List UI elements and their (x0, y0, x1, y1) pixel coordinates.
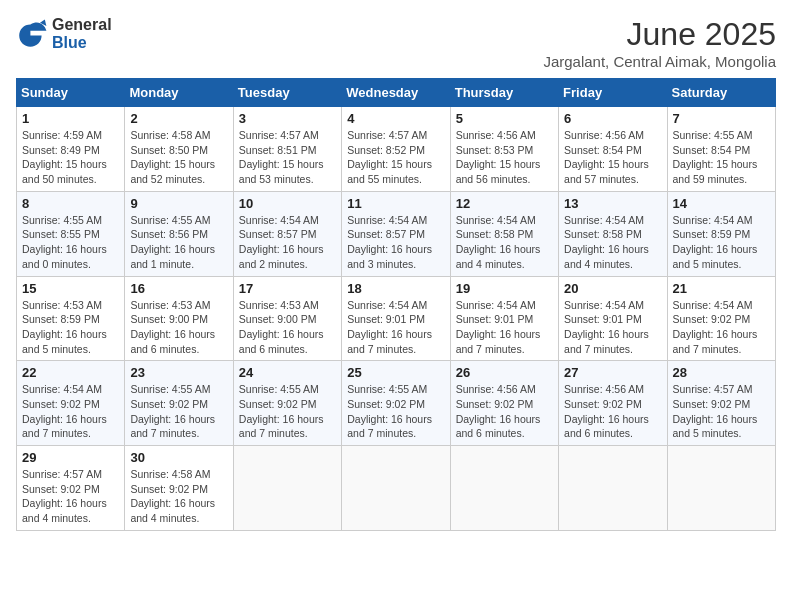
day-info: Sunrise: 4:57 AMSunset: 8:51 PMDaylight:… (239, 128, 336, 187)
day-number: 3 (239, 111, 336, 126)
calendar-cell: 28Sunrise: 4:57 AMSunset: 9:02 PMDayligh… (667, 361, 775, 446)
day-info: Sunrise: 4:53 AMSunset: 9:00 PMDaylight:… (239, 298, 336, 357)
day-number: 20 (564, 281, 661, 296)
calendar-table: SundayMondayTuesdayWednesdayThursdayFrid… (16, 78, 776, 531)
day-info: Sunrise: 4:54 AMSunset: 8:57 PMDaylight:… (239, 213, 336, 272)
day-number: 19 (456, 281, 553, 296)
day-info: Sunrise: 4:58 AMSunset: 9:02 PMDaylight:… (130, 467, 227, 526)
header: General Blue June 2025 Jargalant, Centra… (16, 16, 776, 70)
day-info: Sunrise: 4:55 AMSunset: 8:55 PMDaylight:… (22, 213, 119, 272)
logo-text: General Blue (52, 16, 112, 51)
day-info: Sunrise: 4:54 AMSunset: 8:58 PMDaylight:… (456, 213, 553, 272)
day-info: Sunrise: 4:55 AMSunset: 8:54 PMDaylight:… (673, 128, 770, 187)
calendar-cell (450, 446, 558, 531)
day-info: Sunrise: 4:54 AMSunset: 9:01 PMDaylight:… (347, 298, 444, 357)
calendar-cell: 1Sunrise: 4:59 AMSunset: 8:49 PMDaylight… (17, 107, 125, 192)
calendar-cell: 16Sunrise: 4:53 AMSunset: 9:00 PMDayligh… (125, 276, 233, 361)
day-info: Sunrise: 4:54 AMSunset: 9:02 PMDaylight:… (673, 298, 770, 357)
day-number: 25 (347, 365, 444, 380)
day-number: 18 (347, 281, 444, 296)
day-info: Sunrise: 4:54 AMSunset: 9:01 PMDaylight:… (564, 298, 661, 357)
calendar-cell: 20Sunrise: 4:54 AMSunset: 9:01 PMDayligh… (559, 276, 667, 361)
column-header-sunday: Sunday (17, 79, 125, 107)
calendar-week-row: 15Sunrise: 4:53 AMSunset: 8:59 PMDayligh… (17, 276, 776, 361)
calendar-week-row: 29Sunrise: 4:57 AMSunset: 9:02 PMDayligh… (17, 446, 776, 531)
day-info: Sunrise: 4:56 AMSunset: 9:02 PMDaylight:… (564, 382, 661, 441)
calendar-cell: 22Sunrise: 4:54 AMSunset: 9:02 PMDayligh… (17, 361, 125, 446)
day-info: Sunrise: 4:54 AMSunset: 8:57 PMDaylight:… (347, 213, 444, 272)
calendar-cell: 5Sunrise: 4:56 AMSunset: 8:53 PMDaylight… (450, 107, 558, 192)
calendar-cell: 15Sunrise: 4:53 AMSunset: 8:59 PMDayligh… (17, 276, 125, 361)
calendar-cell (233, 446, 341, 531)
calendar-cell: 11Sunrise: 4:54 AMSunset: 8:57 PMDayligh… (342, 191, 450, 276)
day-info: Sunrise: 4:54 AMSunset: 8:59 PMDaylight:… (673, 213, 770, 272)
day-number: 24 (239, 365, 336, 380)
day-info: Sunrise: 4:55 AMSunset: 9:02 PMDaylight:… (347, 382, 444, 441)
calendar-cell: 18Sunrise: 4:54 AMSunset: 9:01 PMDayligh… (342, 276, 450, 361)
day-number: 17 (239, 281, 336, 296)
calendar-cell: 30Sunrise: 4:58 AMSunset: 9:02 PMDayligh… (125, 446, 233, 531)
column-header-friday: Friday (559, 79, 667, 107)
calendar-cell: 4Sunrise: 4:57 AMSunset: 8:52 PMDaylight… (342, 107, 450, 192)
column-header-saturday: Saturday (667, 79, 775, 107)
day-number: 5 (456, 111, 553, 126)
day-info: Sunrise: 4:59 AMSunset: 8:49 PMDaylight:… (22, 128, 119, 187)
day-number: 28 (673, 365, 770, 380)
calendar-cell (559, 446, 667, 531)
day-number: 27 (564, 365, 661, 380)
calendar-week-row: 8Sunrise: 4:55 AMSunset: 8:55 PMDaylight… (17, 191, 776, 276)
day-info: Sunrise: 4:57 AMSunset: 9:02 PMDaylight:… (22, 467, 119, 526)
calendar-cell: 2Sunrise: 4:58 AMSunset: 8:50 PMDaylight… (125, 107, 233, 192)
calendar-cell: 14Sunrise: 4:54 AMSunset: 8:59 PMDayligh… (667, 191, 775, 276)
day-number: 11 (347, 196, 444, 211)
day-info: Sunrise: 4:57 AMSunset: 9:02 PMDaylight:… (673, 382, 770, 441)
day-number: 14 (673, 196, 770, 211)
day-number: 16 (130, 281, 227, 296)
calendar-cell (342, 446, 450, 531)
calendar-cell: 27Sunrise: 4:56 AMSunset: 9:02 PMDayligh… (559, 361, 667, 446)
calendar-header-row: SundayMondayTuesdayWednesdayThursdayFrid… (17, 79, 776, 107)
column-header-wednesday: Wednesday (342, 79, 450, 107)
day-info: Sunrise: 4:54 AMSunset: 9:01 PMDaylight:… (456, 298, 553, 357)
day-number: 2 (130, 111, 227, 126)
calendar-cell: 6Sunrise: 4:56 AMSunset: 8:54 PMDaylight… (559, 107, 667, 192)
title-area: June 2025 Jargalant, Central Aimak, Mong… (543, 16, 776, 70)
calendar-cell: 19Sunrise: 4:54 AMSunset: 9:01 PMDayligh… (450, 276, 558, 361)
calendar-cell: 26Sunrise: 4:56 AMSunset: 9:02 PMDayligh… (450, 361, 558, 446)
day-info: Sunrise: 4:56 AMSunset: 8:53 PMDaylight:… (456, 128, 553, 187)
day-info: Sunrise: 4:58 AMSunset: 8:50 PMDaylight:… (130, 128, 227, 187)
calendar-cell: 3Sunrise: 4:57 AMSunset: 8:51 PMDaylight… (233, 107, 341, 192)
calendar-cell: 23Sunrise: 4:55 AMSunset: 9:02 PMDayligh… (125, 361, 233, 446)
day-number: 7 (673, 111, 770, 126)
location: Jargalant, Central Aimak, Mongolia (543, 53, 776, 70)
day-number: 12 (456, 196, 553, 211)
calendar-week-row: 1Sunrise: 4:59 AMSunset: 8:49 PMDaylight… (17, 107, 776, 192)
day-info: Sunrise: 4:55 AMSunset: 9:02 PMDaylight:… (130, 382, 227, 441)
day-number: 22 (22, 365, 119, 380)
month-year: June 2025 (543, 16, 776, 53)
calendar-cell: 13Sunrise: 4:54 AMSunset: 8:58 PMDayligh… (559, 191, 667, 276)
day-info: Sunrise: 4:57 AMSunset: 8:52 PMDaylight:… (347, 128, 444, 187)
day-number: 10 (239, 196, 336, 211)
day-number: 1 (22, 111, 119, 126)
calendar-cell: 7Sunrise: 4:55 AMSunset: 8:54 PMDaylight… (667, 107, 775, 192)
day-info: Sunrise: 4:53 AMSunset: 8:59 PMDaylight:… (22, 298, 119, 357)
day-number: 6 (564, 111, 661, 126)
calendar-week-row: 22Sunrise: 4:54 AMSunset: 9:02 PMDayligh… (17, 361, 776, 446)
calendar-cell: 10Sunrise: 4:54 AMSunset: 8:57 PMDayligh… (233, 191, 341, 276)
calendar-cell: 9Sunrise: 4:55 AMSunset: 8:56 PMDaylight… (125, 191, 233, 276)
day-number: 26 (456, 365, 553, 380)
calendar-cell: 21Sunrise: 4:54 AMSunset: 9:02 PMDayligh… (667, 276, 775, 361)
day-number: 29 (22, 450, 119, 465)
day-number: 4 (347, 111, 444, 126)
calendar-cell: 8Sunrise: 4:55 AMSunset: 8:55 PMDaylight… (17, 191, 125, 276)
column-header-monday: Monday (125, 79, 233, 107)
day-number: 13 (564, 196, 661, 211)
day-number: 8 (22, 196, 119, 211)
day-number: 30 (130, 450, 227, 465)
day-number: 9 (130, 196, 227, 211)
calendar-cell: 24Sunrise: 4:55 AMSunset: 9:02 PMDayligh… (233, 361, 341, 446)
column-header-thursday: Thursday (450, 79, 558, 107)
day-info: Sunrise: 4:55 AMSunset: 9:02 PMDaylight:… (239, 382, 336, 441)
day-number: 23 (130, 365, 227, 380)
